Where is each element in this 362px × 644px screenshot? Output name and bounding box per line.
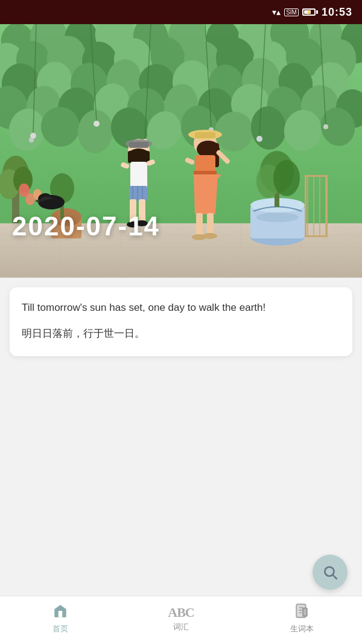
svg-rect-85 [305,235,328,237]
svg-rect-82 [305,175,306,235]
status-bar: ▾▴ SIM ⚡ 10:53 [0,0,362,24]
quote-card: Till tomorrow's sun has set, one day to … [10,287,352,356]
svg-rect-123 [195,132,215,138]
svg-point-61 [29,138,34,142]
lightning-icon: ⚡ [306,10,312,15]
nav-home-label: 首页 [52,623,68,634]
svg-rect-129 [207,213,214,236]
nav-vocab[interactable]: ABC 词汇 [121,605,241,636]
svg-point-93 [256,212,299,222]
svg-line-135 [333,575,337,579]
svg-rect-84 [305,175,328,177]
nav-notebook-label: 生词本 [290,623,314,634]
svg-rect-108 [128,151,133,163]
svg-point-62 [94,121,100,127]
page-wrapper: ▾▴ SIM ⚡ 10:53 [0,0,362,644]
svg-point-131 [203,233,217,239]
fab-search-button[interactable] [313,555,348,590]
hero-date: 2020-07-14 [12,211,160,241]
home-icon [52,603,68,621]
quote-english: Till tomorrow's sun has set, one day to … [22,299,340,316]
svg-rect-128 [196,213,203,236]
quote-chinese: 明日日落前，行于世一日。 [22,325,340,342]
hero-section: 2020-07-14 [0,24,362,278]
svg-point-97 [273,160,300,196]
svg-rect-126 [195,155,215,173]
nav-vocab-label: 词汇 [173,622,189,633]
status-time: 10:53 [322,6,352,19]
bottom-navigation: 首页 ABC 词汇 生词本 [0,596,362,644]
svg-rect-110 [130,162,147,189]
svg-rect-106 [129,142,148,148]
status-icons: ▾▴ SIM ⚡ 10:53 [272,6,352,19]
svg-point-81 [19,183,30,197]
svg-rect-141 [303,608,307,616]
vocab-icon: ABC [168,605,194,619]
svg-rect-136 [59,611,63,617]
battery-icon: ⚡ [302,8,318,16]
svg-point-66 [323,124,328,129]
svg-point-65 [256,136,262,142]
svg-rect-127 [194,171,217,174]
nav-home[interactable]: 首页 [0,603,121,638]
search-icon [322,564,338,580]
notebook-icon [294,603,310,621]
wifi-icon: ▾▴ [272,7,281,17]
signal-icon: SIM [284,8,299,16]
nav-notebook[interactable]: 生词本 [241,603,362,638]
